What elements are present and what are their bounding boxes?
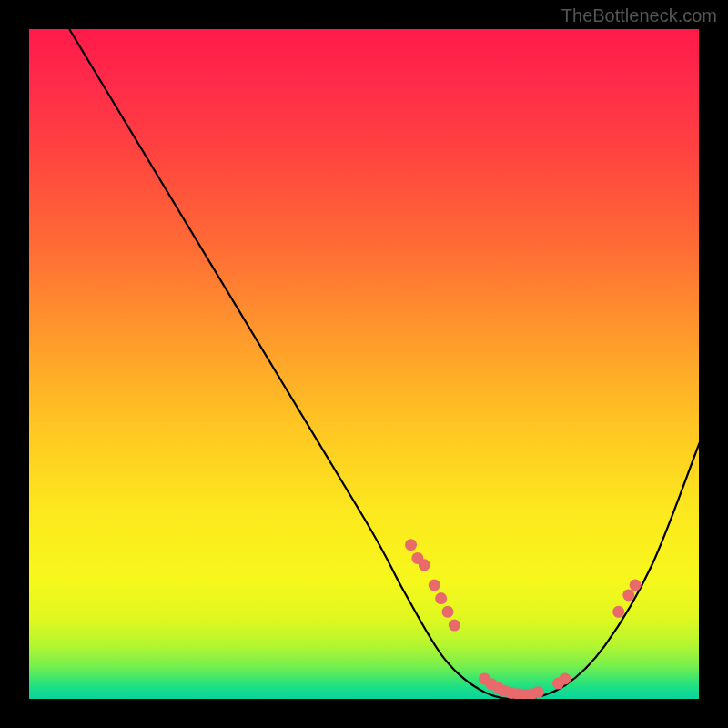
curve-marker <box>419 559 430 571</box>
chart-container: TheBottleneck.com <box>0 0 728 728</box>
bottleneck-curve <box>69 29 699 699</box>
curve-marker <box>405 539 417 551</box>
curve-marker <box>630 579 642 591</box>
watermark-text: TheBottleneck.com <box>561 5 717 26</box>
curve-marker <box>442 606 454 618</box>
curve-marker <box>622 589 634 601</box>
curve-marker <box>449 620 460 632</box>
curve-marker <box>532 686 544 698</box>
curve-marker <box>429 579 440 591</box>
plot-area <box>29 29 699 699</box>
curve-layer <box>29 29 699 699</box>
curve-marker <box>559 672 571 684</box>
curve-marker <box>435 592 447 604</box>
curve-markers <box>405 539 642 699</box>
curve-marker <box>612 606 624 618</box>
